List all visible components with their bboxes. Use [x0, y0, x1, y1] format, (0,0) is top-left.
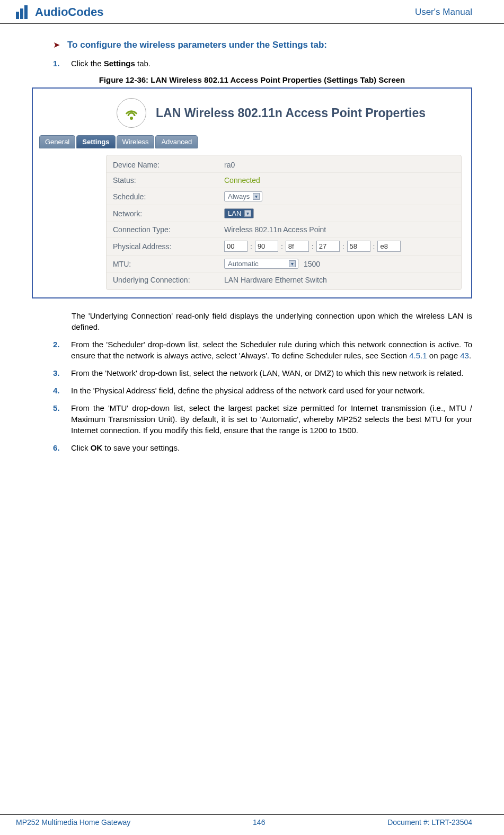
settings-section: Device Name: ra0 Status: Connected Sched… [106, 155, 462, 290]
step-4: 4. In the 'Physical Address' field, defi… [53, 385, 472, 396]
phy-input-4[interactable]: 58 [347, 241, 370, 252]
arrow-icon: ➤ [53, 40, 60, 50]
step-text: From the 'Network' drop-down list, selec… [71, 367, 463, 379]
content-area: ➤ To configure the wireless parameters u… [0, 24, 504, 453]
step-number: 2. [53, 339, 64, 361]
step-5: 5. From the 'MTU' drop-down list, select… [53, 402, 472, 436]
logo-text: AudioCodes [35, 5, 104, 19]
phy-inputs: 00: 90: 8f: 27: 58: e8 [224, 241, 401, 252]
step-text: From the 'MTU' drop-down list, select th… [71, 402, 472, 436]
chevron-down-icon: ▾ [289, 260, 296, 267]
step1-prefix: Click the [71, 59, 104, 68]
chevron-down-icon: ▾ [253, 193, 260, 200]
network-select[interactable]: LAN ▾ [224, 208, 254, 218]
step-text: From the 'Scheduler' drop-down list, sel… [71, 339, 472, 361]
svg-point-0 [130, 117, 133, 120]
row-status: Status: Connected [107, 172, 461, 188]
phy-input-3[interactable]: 27 [316, 241, 340, 252]
conn-type-label: Connection Type: [113, 225, 224, 234]
phy-input-5[interactable]: e8 [377, 241, 401, 252]
row-physical-address: Physical Address: 00: 90: 8f: 27: 58: e8 [107, 237, 461, 255]
mtu-controls: Automatic ▾ 1500 [224, 259, 320, 269]
step2-c: . [469, 351, 471, 360]
row-schedule: Schedule: Always ▾ [107, 188, 461, 205]
underlying-label: Underlying Connection: [113, 276, 224, 284]
tab-advanced[interactable]: Advanced [155, 135, 198, 148]
phy-label: Physical Address: [113, 242, 224, 251]
step-number: 6. [53, 442, 64, 453]
panel-title: LAN Wireless 802.11n Access Point Proper… [156, 106, 426, 120]
step-2: 2. From the 'Scheduler' drop-down list, … [53, 339, 472, 361]
network-value: LAN [228, 209, 241, 217]
step-number: 1. [53, 58, 64, 69]
step6-suffix: to save your settings. [102, 443, 180, 452]
step-text: Click OK to save your settings. [71, 442, 180, 453]
step6-prefix: Click [71, 443, 91, 452]
step-6: 6. Click OK to save your settings. [53, 442, 472, 453]
screenshot-frame: LAN Wireless 802.11n Access Point Proper… [32, 87, 472, 298]
row-network: Network: LAN ▾ [107, 205, 461, 222]
network-label: Network: [113, 209, 224, 218]
panel-header: LAN Wireless 802.11n Access Point Proper… [37, 93, 467, 135]
mtu-mode: Automatic [228, 260, 259, 268]
tab-bar: General Settings Wireless Advanced [37, 135, 467, 148]
mtu-value: 1500 [304, 260, 320, 268]
step-text: In the 'Physical Address' field, define … [71, 385, 425, 396]
status-label: Status: [113, 176, 224, 184]
step-1: 1. Click the Settings tab. [53, 58, 472, 69]
chevron-down-icon: ▾ [244, 210, 251, 217]
header-doc-title: User's Manual [415, 7, 472, 17]
tab-general[interactable]: General [39, 135, 75, 148]
step-3: 3. From the 'Network' drop-down list, se… [53, 367, 472, 379]
logo-icon [16, 5, 32, 19]
schedule-value: Always [228, 192, 250, 200]
step2-b: on page [427, 351, 461, 360]
step-number: 3. [53, 367, 64, 379]
settings-body: Device Name: ra0 Status: Connected Sched… [37, 153, 467, 293]
conn-type-value: Wireless 802.11n Access Point [224, 225, 326, 234]
phy-input-0[interactable]: 00 [224, 241, 247, 252]
status-value: Connected [224, 176, 260, 184]
tab-settings[interactable]: Settings [76, 135, 115, 148]
step1-suffix: tab. [135, 59, 151, 68]
step-list-top: 1. Click the Settings tab. [53, 58, 472, 69]
underlying-value: LAN Hardware Ethernet Switch [224, 276, 327, 284]
device-name-value: ra0 [224, 161, 235, 169]
row-device-name: Device Name: ra0 [107, 157, 461, 172]
tab-wireless[interactable]: Wireless [117, 135, 155, 148]
brand-logo: AudioCodes [16, 5, 104, 19]
phy-input-1[interactable]: 90 [255, 241, 278, 252]
step1-bold: Settings [104, 59, 135, 68]
step2-link1[interactable]: 4.5.1 [409, 351, 427, 360]
mtu-select[interactable]: Automatic ▾ [224, 259, 298, 269]
device-name-label: Device Name: [113, 161, 224, 169]
wifi-icon [117, 98, 146, 128]
row-underlying: Underlying Connection: LAN Hardware Ethe… [107, 272, 461, 287]
para-underlying: The 'Underlying Connection' read-only fi… [72, 310, 472, 332]
step-number: 5. [53, 402, 64, 436]
page-header: AudioCodes User's Manual [0, 0, 504, 24]
step6-bold: OK [91, 443, 103, 452]
step-text: Click the Settings tab. [71, 58, 151, 69]
step-number: 4. [53, 385, 64, 396]
figure-caption: Figure 12-36: LAN Wireless 802.11 Access… [32, 75, 472, 84]
section-heading-text: To configure the wireless parameters und… [67, 40, 327, 50]
mtu-label: MTU: [113, 260, 224, 268]
step2-link2[interactable]: 43 [460, 351, 469, 360]
page-footer: MP252 Multimedia Home Gateway 146 Docume… [0, 814, 504, 827]
footer-right: Document #: LTRT-23504 [387, 818, 472, 827]
phy-input-2[interactable]: 8f [286, 241, 309, 252]
section-heading: ➤ To configure the wireless parameters u… [53, 40, 472, 50]
row-connection-type: Connection Type: Wireless 802.11n Access… [107, 222, 461, 237]
step-list-body: 2. From the 'Scheduler' drop-down list, … [53, 339, 472, 453]
row-mtu: MTU: Automatic ▾ 1500 [107, 255, 461, 272]
footer-left: MP252 Multimedia Home Gateway [16, 818, 130, 827]
schedule-label: Schedule: [113, 192, 224, 201]
schedule-select[interactable]: Always ▾ [224, 191, 262, 201]
footer-page-number: 146 [253, 818, 265, 827]
